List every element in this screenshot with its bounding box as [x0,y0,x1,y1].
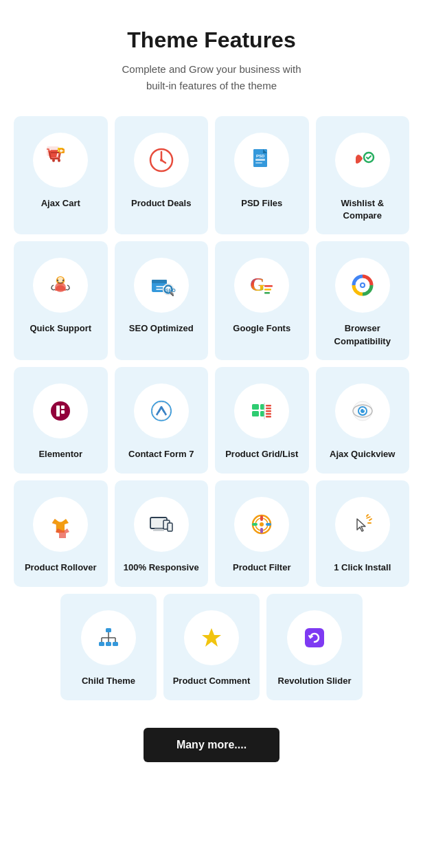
svg-rect-29 [264,285,273,287]
gridlist-label: Product Grid/List [225,448,298,460]
svg-rect-48 [266,408,271,410]
svg-point-65 [170,530,170,531]
svg-line-73 [367,515,368,516]
svg-rect-46 [260,411,264,416]
svg-rect-72 [260,528,263,533]
feature-100-responsive: 100% Responsive [115,480,209,587]
svg-rect-85 [113,642,118,646]
svg-rect-64 [168,523,172,531]
feature-1-click-install: 1 Click Install [316,480,410,587]
feature-product-grid-list: Product Grid/List [215,367,309,474]
quick-support-icon-circle [33,258,88,313]
revslider-icon-circle [287,610,342,665]
seo-icon-circle: SEO [134,258,189,313]
responsive-icon-circle [134,497,189,552]
svg-point-58 [363,409,365,410]
svg-marker-86 [202,628,221,647]
svg-rect-12 [255,162,262,164]
clickinstall-icon-circle [335,497,390,552]
svg-point-68 [260,522,264,526]
svg-rect-69 [260,515,263,521]
svg-point-20 [62,280,64,281]
feature-quick-support: Quick Support [14,241,108,359]
svg-rect-39 [61,405,65,409]
svg-point-36 [361,284,364,287]
svg-rect-83 [99,642,104,646]
quickview-label: Ajax Quickview [330,448,395,460]
feature-google-fonts: G G Google Fonts [215,241,309,359]
responsive-label: 100% Responsive [124,561,199,574]
svg-rect-44 [260,404,264,410]
feature-product-deals: Product Deals [115,116,209,234]
svg-rect-11 [255,159,265,161]
svg-rect-87 [305,628,324,647]
gridlist-icon-circle [234,383,289,438]
product-deals-label: Product Deals [131,197,191,210]
rollover-icon-circle [33,497,88,552]
section-subtitle: Complete and Grow your business with bui… [14,61,409,94]
svg-rect-61 [153,530,164,531]
comment-icon-circle [184,610,239,665]
svg-rect-30 [264,289,271,291]
feature-ajax-cart: Ajax Cart [14,116,108,234]
browser-compat-icon-circle [335,258,390,313]
elementor-label: Elementor [38,448,82,460]
svg-point-17 [58,277,63,282]
section-title: Theme Features [14,27,409,53]
svg-rect-40 [61,410,65,414]
feature-product-rollover: Product Rollover [14,480,108,587]
svg-rect-71 [252,523,258,526]
filter-icon-circle [234,497,289,552]
browser-compat-label: Browser Compatibility [323,322,403,347]
svg-text:PSD: PSD [256,154,265,158]
svg-rect-77 [106,628,111,632]
svg-rect-49 [266,410,271,412]
filter-label: Product Filter [233,561,291,574]
svg-rect-84 [106,642,111,646]
svg-rect-47 [266,405,271,407]
features-row-4: Product Rollover 100% Responsive [14,480,409,587]
svg-line-74 [369,519,371,520]
google-fonts-icon-circle: G G [234,258,289,313]
feature-revolution-slider: Revolution Slider [266,594,363,700]
svg-point-42 [152,402,170,420]
comment-label: Product Comment [173,675,251,687]
google-fonts-label: Google Fonts [233,322,290,335]
page-wrapper: Theme Features Complete and Grow your bu… [0,0,423,797]
quick-support-label: Quick Support [30,322,91,335]
svg-point-63 [165,528,167,529]
svg-point-18 [55,282,66,292]
contactform-icon-circle [134,383,189,438]
feature-child-theme: Child Theme [60,594,157,700]
svg-rect-38 [56,405,60,416]
feature-browser-compatibility: Browser Compatibility [316,241,410,359]
rollover-label: Product Rollover [25,561,97,574]
svg-point-4 [52,159,55,162]
svg-point-19 [57,280,58,281]
revslider-label: Revolution Slider [278,675,352,687]
svg-rect-60 [155,528,163,530]
wishlist-compare-icon-circle [335,133,390,188]
feature-ajax-quickview: Ajax Quickview [316,367,410,474]
many-more-button[interactable]: Many more.... [144,728,279,762]
psd-files-label: PSD Files [241,197,282,210]
feature-contact-form-7: Contact Form 7 [115,367,209,474]
contactform-label: Contact Form 7 [128,448,194,460]
quickview-icon-circle [335,383,390,438]
elementor-icon-circle [33,383,88,438]
childtheme-icon-circle [81,610,136,665]
psd-files-icon-circle: PSD [234,133,289,188]
feature-psd-files: PSD PSD Files [215,116,309,234]
svg-point-5 [58,159,60,162]
ajax-cart-icon-circle [33,133,88,188]
childtheme-label: Child Theme [82,675,135,687]
svg-rect-22 [152,280,167,283]
feature-product-filter: Product Filter [215,480,309,587]
wishlist-compare-label: Wishlist & Compare [323,197,403,222]
features-row-5: Child Theme Product Comment Revolution [14,594,409,700]
seo-label: SEO Optimized [129,322,194,335]
svg-point-8 [160,159,163,162]
svg-rect-70 [266,523,271,526]
svg-line-76 [367,517,370,518]
feature-seo-optimized: SEO SEO Optimized [115,241,209,359]
